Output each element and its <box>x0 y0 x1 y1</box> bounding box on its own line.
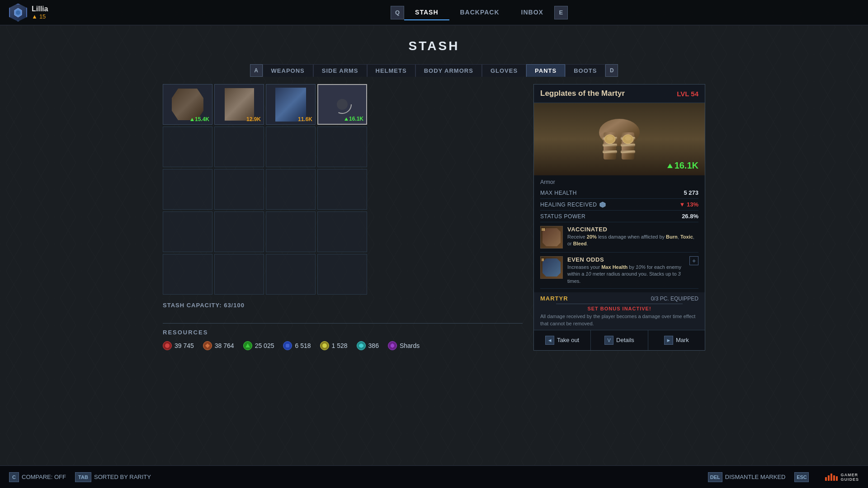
set-bonus-section: MARTYR 0/3 PC. EQUIPPED SET BONUS INACTI… <box>534 292 705 330</box>
bottom-key-tab: TAB <box>75 472 91 482</box>
bottom-action-sort[interactable]: TAB SORTED BY RARITY <box>75 472 151 482</box>
resource-icon-yellow <box>320 341 329 350</box>
perk-text-even-odds: EVEN ODDS Increases your Max Health by 1… <box>567 256 685 285</box>
cat-tab-gloves[interactable]: GLOVES <box>482 64 526 77</box>
item-slot-6[interactable] <box>214 127 264 167</box>
cat-tab-helmets[interactable]: HELMETS <box>367 64 415 77</box>
set-bonus-header: MARTYR 0/3 PC. EQUIPPED <box>540 295 698 302</box>
item-value-2: 12.9K <box>246 116 261 122</box>
perk-even-odds: II EVEN ODDS Increases your Max Health b… <box>540 253 698 289</box>
perk-desc-even-odds: Increases your Max Health by 10% for eac… <box>567 264 685 285</box>
svg-point-23 <box>625 136 631 141</box>
item-slot-2[interactable]: 12.9K <box>214 84 264 125</box>
perk-img-vaccinated <box>542 228 561 246</box>
resource-item-1: 39 745 <box>163 341 194 350</box>
bar-2 <box>828 475 830 481</box>
resource-icon-purple <box>388 341 397 350</box>
item-slot-20[interactable] <box>317 254 367 295</box>
stat-name-max-health: MAX HEALTH <box>540 190 577 196</box>
bar-1 <box>825 477 827 481</box>
tab-stash[interactable]: STASH <box>404 5 449 20</box>
item-slot-17[interactable] <box>163 254 212 295</box>
perk-icon-even-odds: II <box>540 256 563 279</box>
svg-marker-6 <box>245 343 250 347</box>
tab-inbox[interactable]: INBOX <box>510 5 554 20</box>
action-take-out[interactable]: ◄ Take out <box>534 330 591 350</box>
action-key-mark: ► <box>664 336 673 345</box>
item-slot-7[interactable] <box>266 127 316 167</box>
item-slot-9[interactable] <box>163 169 212 210</box>
item-slot-16[interactable] <box>317 211 367 252</box>
gamer-guides-watermark: GAMER GUIDES <box>825 473 859 482</box>
perk-img-even-odds <box>542 258 561 277</box>
svg-point-1 <box>16 10 20 15</box>
action-bar: ◄ Take out V Details ► Mark <box>534 330 705 350</box>
bottom-left: C COMPARE: OFF TAB SORTED BY RARITY <box>9 472 151 482</box>
tab-backpack[interactable]: BACKPACK <box>449 5 510 20</box>
stat-row-status-power: STATUS POWER 26.8% <box>540 211 698 222</box>
watermark-bars <box>825 474 838 481</box>
item-slot-11[interactable] <box>266 169 316 210</box>
perk-vaccinated: III VACCINATED Receive 20% less damage w… <box>540 222 698 253</box>
stat-row-max-health: MAX HEALTH 5 273 <box>540 187 698 199</box>
armor-type-label: Armor <box>540 179 698 185</box>
nav-center: Q STASH BACKPACK INBOX E <box>90 5 868 20</box>
stat-name-status-power: STATUS POWER <box>540 213 585 220</box>
main-content: STASH A WEAPONS SIDE ARMS HELMETS BODY A… <box>0 25 868 465</box>
perk-tier-vaccinated: III <box>542 227 545 232</box>
item-slot-15[interactable] <box>266 211 316 252</box>
item-slot-4[interactable]: 16.1K <box>317 84 367 125</box>
cat-tab-body-armors[interactable]: BODY ARMORS <box>415 64 482 77</box>
detail-stats: Armor MAX HEALTH 5 273 HEALING RECEIVED <box>534 175 705 292</box>
item-slot-18[interactable] <box>214 254 264 295</box>
item-slot-3[interactable]: 11.6K <box>266 84 316 125</box>
perk-expand-button[interactable]: + <box>689 256 698 265</box>
bottom-bar: C COMPARE: OFF TAB SORTED BY RARITY DEL … <box>0 465 868 488</box>
stat-name-healing: HEALING RECEIVED <box>540 202 606 208</box>
resource-item-2: 38 764 <box>203 341 234 350</box>
stat-row-healing: HEALING RECEIVED ▼ 13% <box>540 199 698 211</box>
svg-point-8 <box>322 343 327 348</box>
svg-rect-18 <box>603 150 617 153</box>
inventory-grid-section: 15.4K 12.9K 11.6K <box>163 84 523 351</box>
bottom-key-del: DEL <box>708 472 722 482</box>
item-slot-5[interactable] <box>163 127 212 167</box>
item-slot-14[interactable] <box>214 211 264 252</box>
svg-rect-17 <box>621 144 635 146</box>
bottom-action-dismantle[interactable]: DEL DISMANTLE MARKED <box>708 472 786 482</box>
stat-value-healing: ▼ 13% <box>679 201 698 208</box>
cat-key-d[interactable]: D <box>605 64 618 77</box>
perk-name-even-odds: EVEN ODDS <box>567 256 685 263</box>
resource-item-6: 386 <box>357 341 379 350</box>
top-navigation: Lillia ▲ 15 Q STASH BACKPACK INBOX E <box>0 0 868 25</box>
nav-key-e[interactable]: E <box>554 6 568 19</box>
item-slot-13[interactable] <box>163 211 212 252</box>
item-slot-19[interactable] <box>266 254 316 295</box>
item-slot-8[interactable] <box>317 127 367 167</box>
action-details[interactable]: V Details <box>591 330 648 350</box>
svg-point-3 <box>337 99 348 110</box>
item-slot-10[interactable] <box>214 169 264 210</box>
bar-5 <box>836 476 838 481</box>
svg-marker-10 <box>391 343 394 348</box>
item-slot-12[interactable] <box>317 169 367 210</box>
cat-tab-boots[interactable]: BOOTS <box>565 64 605 77</box>
cat-tab-side-arms[interactable]: SIDE ARMS <box>313 64 367 77</box>
set-bonus-divider <box>556 304 683 304</box>
svg-marker-24 <box>600 202 605 207</box>
stat-value-status-power: 26.8% <box>682 213 698 220</box>
player-avatar <box>9 4 27 22</box>
bottom-action-compare[interactable]: C COMPARE: OFF <box>9 472 66 482</box>
set-bonus-desc: All damage received by the player become… <box>540 313 698 327</box>
bottom-action-esc[interactable]: ESC <box>794 472 809 482</box>
nav-key-q[interactable]: Q <box>391 6 404 19</box>
bar-3 <box>830 474 832 481</box>
action-mark[interactable]: ► Mark <box>648 330 705 350</box>
page-title: STASH <box>409 39 460 53</box>
cat-key-a[interactable]: A <box>250 64 263 77</box>
item-slot-1[interactable]: 15.4K <box>163 84 212 125</box>
player-name: Lillia <box>32 5 48 13</box>
cat-tab-weapons[interactable]: WEAPONS <box>263 64 313 77</box>
cat-tab-pants[interactable]: PANTS <box>526 64 565 77</box>
bottom-key-c: C <box>9 472 19 482</box>
